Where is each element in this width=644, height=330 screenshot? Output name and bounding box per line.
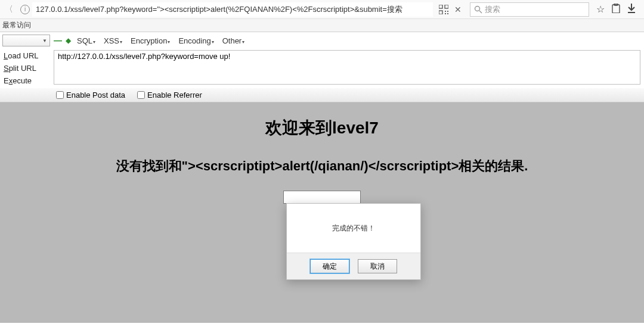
info-icon[interactable]: i bbox=[20, 5, 30, 14]
toolbar-icons: ☆ bbox=[592, 4, 640, 15]
search-icon bbox=[474, 5, 482, 14]
hackbar-url-area bbox=[54, 49, 644, 88]
hackbar-body: Load URL Split URL Execute bbox=[0, 49, 644, 88]
search-result-input[interactable] bbox=[283, 191, 361, 204]
menu-xss[interactable]: XSS▾ bbox=[101, 36, 125, 45]
menu-sql[interactable]: SQL▾ bbox=[75, 36, 98, 45]
page-content: 欢迎来到level7 没有找到和"><scrscriptipt>alert(/q… bbox=[0, 102, 644, 323]
url-controls: ✕ bbox=[435, 5, 467, 14]
qr-icon[interactable] bbox=[439, 5, 448, 14]
star-icon[interactable]: ☆ bbox=[596, 4, 605, 15]
stop-icon[interactable]: ✕ bbox=[452, 5, 464, 14]
dialog-message: 完成的不错！ bbox=[287, 204, 420, 253]
decrement-icon[interactable]: — bbox=[54, 36, 62, 45]
ok-button[interactable]: 确定 bbox=[310, 259, 349, 273]
execute-button[interactable]: Execute bbox=[4, 76, 50, 85]
svg-line-8 bbox=[479, 11, 482, 13]
enable-post-checkbox[interactable]: Enable Post data bbox=[56, 91, 125, 99]
svg-rect-9 bbox=[612, 5, 620, 13]
bookmarks-bar: 最常访问 bbox=[0, 19, 644, 32]
dialog-footer: 确定 取消 bbox=[287, 253, 420, 279]
enable-post-label: Enable Post data bbox=[66, 91, 125, 99]
referrer-checkbox-input[interactable] bbox=[137, 91, 145, 99]
page-title: 欢迎来到level7 bbox=[0, 117, 644, 139]
split-url-button[interactable]: Split URL bbox=[4, 64, 50, 73]
svg-rect-4 bbox=[447, 11, 448, 12]
back-button[interactable]: 〈 bbox=[4, 4, 14, 15]
svg-rect-0 bbox=[439, 5, 442, 8]
hackbar-sidebar: Load URL Split URL Execute bbox=[0, 49, 54, 88]
svg-rect-2 bbox=[439, 11, 442, 14]
hackbar-options: Enable Post data Enable Referrer bbox=[0, 88, 644, 102]
post-checkbox-input[interactable] bbox=[56, 91, 64, 99]
enable-referrer-label: Enable Referrer bbox=[147, 91, 202, 99]
increment-icon[interactable]: ◆ bbox=[66, 36, 71, 45]
clipboard-icon[interactable] bbox=[612, 4, 620, 15]
load-url-button[interactable]: Load URL bbox=[4, 51, 50, 60]
menu-encryption[interactable]: Encryption▾ bbox=[128, 36, 172, 45]
alert-dialog: 完成的不错！ 确定 取消 bbox=[286, 203, 421, 280]
hackbar-select[interactable] bbox=[2, 35, 50, 46]
url-input[interactable]: 127.0.0.1/xss/level7.php?keyword="><scrs… bbox=[32, 2, 433, 17]
svg-rect-6 bbox=[447, 13, 448, 14]
page-subtitle: 没有找到和"><scrscriptipt>alert(/qianan/)</sc… bbox=[0, 157, 644, 175]
menu-other[interactable]: Other▾ bbox=[220, 36, 247, 45]
download-icon[interactable] bbox=[627, 4, 636, 15]
hackbar-panel: — ◆ SQL▾ XSS▾ Encryption▾ Encoding▾ Othe… bbox=[0, 32, 644, 102]
address-bar: 〈 i 127.0.0.1/xss/level7.php?keyword="><… bbox=[0, 0, 644, 19]
hackbar-toolbar: — ◆ SQL▾ XSS▾ Encryption▾ Encoding▾ Othe… bbox=[0, 32, 644, 49]
bookmark-frequent[interactable]: 最常访问 bbox=[2, 20, 31, 30]
svg-rect-3 bbox=[445, 11, 446, 12]
search-placeholder: 搜索 bbox=[485, 4, 500, 15]
svg-rect-1 bbox=[445, 5, 448, 8]
enable-referrer-checkbox[interactable]: Enable Referrer bbox=[137, 91, 202, 99]
menu-encoding[interactable]: Encoding▾ bbox=[176, 36, 216, 45]
svg-point-7 bbox=[475, 6, 480, 11]
search-box[interactable]: 搜索 bbox=[470, 2, 589, 17]
cancel-button[interactable]: 取消 bbox=[358, 259, 397, 273]
hackbar-url-input[interactable] bbox=[54, 50, 640, 85]
svg-rect-5 bbox=[445, 13, 446, 14]
